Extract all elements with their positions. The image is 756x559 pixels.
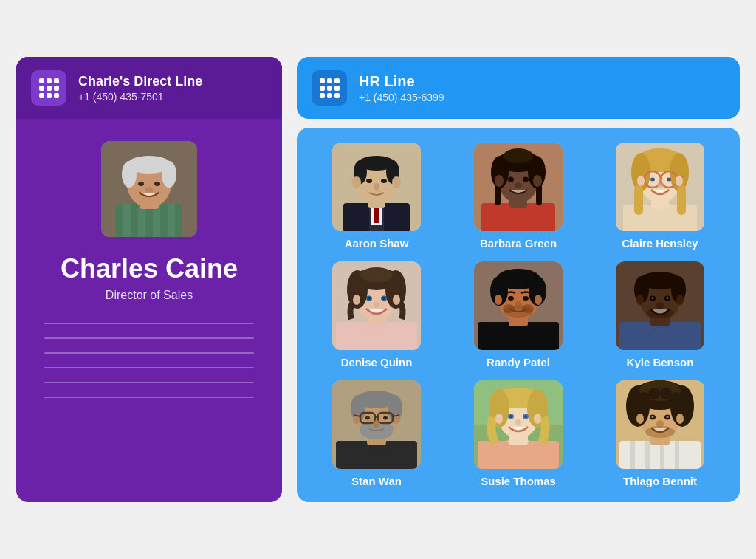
svg-point-158 — [660, 388, 672, 399]
svg-point-137 — [495, 414, 503, 424]
svg-point-93 — [515, 301, 522, 309]
kyle-name: Kyle Benson — [627, 356, 694, 368]
svg-rect-146 — [630, 441, 635, 469]
svg-point-24 — [352, 176, 361, 188]
svg-point-78 — [374, 302, 379, 308]
svg-point-128 — [373, 420, 380, 428]
contact-card-thiago[interactable]: Thiago Bennit — [595, 380, 725, 487]
contact-card-denise[interactable]: Denise Quinn — [312, 261, 441, 368]
svg-point-141 — [509, 415, 512, 418]
left-grid-icon-box — [31, 70, 66, 106]
contact-line-6 — [44, 397, 254, 398]
svg-point-138 — [534, 414, 541, 424]
svg-point-41 — [508, 177, 514, 182]
claire-photo — [616, 143, 704, 231]
svg-point-163 — [636, 414, 644, 424]
left-header-text: Charle's Direct Line +1 (450) 435-7501 — [78, 74, 202, 103]
stan-name: Stan Wan — [351, 475, 402, 487]
left-line-number: +1 (450) 435-7501 — [78, 91, 202, 103]
contact-card-kyle[interactable]: Kyle Benson — [595, 261, 725, 368]
contact-card-claire[interactable]: Claire Hensley — [595, 143, 725, 250]
thiago-name: Thiago Bennit — [623, 475, 697, 487]
susie-photo — [474, 380, 563, 469]
svg-point-10 — [162, 161, 176, 188]
svg-point-161 — [678, 400, 689, 411]
right-header[interactable]: HR Line +1 (450) 435-6399 — [297, 57, 740, 119]
right-grid-icon — [320, 78, 340, 98]
svg-rect-51 — [634, 185, 643, 215]
svg-rect-5 — [168, 204, 175, 237]
svg-point-25 — [392, 176, 401, 188]
svg-point-87 — [503, 304, 515, 313]
contact-card-randy[interactable]: Randy Patel — [453, 261, 583, 368]
svg-point-76 — [368, 297, 371, 300]
svg-point-91 — [508, 296, 514, 301]
denise-name: Denise Quinn — [341, 356, 413, 368]
svg-point-77 — [382, 297, 385, 300]
svg-point-39 — [495, 175, 504, 187]
svg-point-12 — [154, 182, 160, 186]
randy-name: Randy Patel — [487, 356, 550, 368]
svg-point-63 — [676, 176, 683, 186]
right-line-number: +1 (450) 435-6399 — [359, 92, 444, 103]
svg-point-43 — [515, 182, 522, 188]
contact-lines — [37, 323, 261, 398]
svg-point-92 — [523, 296, 529, 301]
claire-name: Claire Hensley — [622, 237, 698, 250]
contact-line-1 — [44, 323, 254, 324]
left-grid-icon — [39, 78, 59, 98]
svg-point-117 — [360, 423, 374, 435]
svg-point-88 — [522, 304, 534, 313]
left-line-name: Charle's Direct Line — [78, 74, 202, 89]
svg-point-118 — [379, 423, 394, 435]
svg-rect-2 — [123, 204, 131, 237]
contact-card-stan[interactable]: Stan Wan — [312, 380, 441, 487]
right-grid-icon-box — [312, 70, 347, 106]
contact-card-susie[interactable]: Susie Thomas — [453, 380, 583, 487]
svg-point-157 — [648, 388, 660, 399]
kyle-photo — [616, 261, 704, 350]
right-line-name: HR Line — [359, 73, 444, 90]
left-body: Charles Caine Director of Sales — [16, 119, 282, 420]
contacts-grid: Aaron Shaw — [312, 143, 725, 487]
contact-line-3 — [44, 352, 254, 354]
svg-point-11 — [138, 182, 144, 186]
svg-point-27 — [381, 179, 387, 183]
svg-point-59 — [650, 178, 655, 182]
svg-point-160 — [631, 400, 642, 411]
contact-card-barbara[interactable]: Barbara Green — [453, 143, 583, 250]
right-header-text: HR Line +1 (450) 435-6399 — [359, 73, 444, 103]
svg-point-164 — [676, 414, 684, 424]
svg-point-89 — [495, 295, 502, 305]
randy-photo — [474, 261, 563, 350]
contact-card-aaron[interactable]: Aaron Shaw — [312, 143, 441, 250]
denise-photo — [332, 261, 421, 350]
aaron-photo — [332, 143, 421, 231]
svg-point-167 — [652, 416, 654, 418]
svg-point-72 — [353, 295, 360, 305]
svg-point-40 — [533, 175, 542, 187]
svg-point-36 — [504, 148, 533, 163]
svg-point-62 — [637, 176, 645, 186]
barbara-photo — [474, 143, 563, 231]
left-header[interactable]: Charle's Direct Line +1 (450) 435-7501 — [16, 57, 282, 119]
svg-point-73 — [393, 295, 400, 305]
contacts-grid-container: Aaron Shaw — [297, 128, 740, 502]
svg-point-90 — [535, 295, 542, 305]
svg-point-106 — [667, 297, 669, 299]
svg-rect-149 — [675, 441, 679, 469]
app-container: Charle's Direct Line +1 (450) 435-7501 — [16, 57, 740, 502]
svg-point-71 — [360, 267, 393, 282]
svg-point-101 — [636, 295, 644, 305]
svg-point-143 — [515, 419, 521, 425]
left-panel: Charle's Direct Line +1 (450) 435-7501 — [16, 57, 282, 502]
contact-name: Charles Caine — [61, 253, 238, 284]
svg-point-126 — [365, 416, 370, 420]
svg-point-127 — [383, 416, 388, 420]
svg-point-108 — [647, 308, 673, 318]
svg-point-169 — [656, 420, 664, 428]
svg-rect-52 — [677, 185, 686, 215]
charles-photo — [101, 141, 197, 237]
svg-point-60 — [667, 178, 671, 182]
svg-point-13 — [145, 187, 153, 193]
